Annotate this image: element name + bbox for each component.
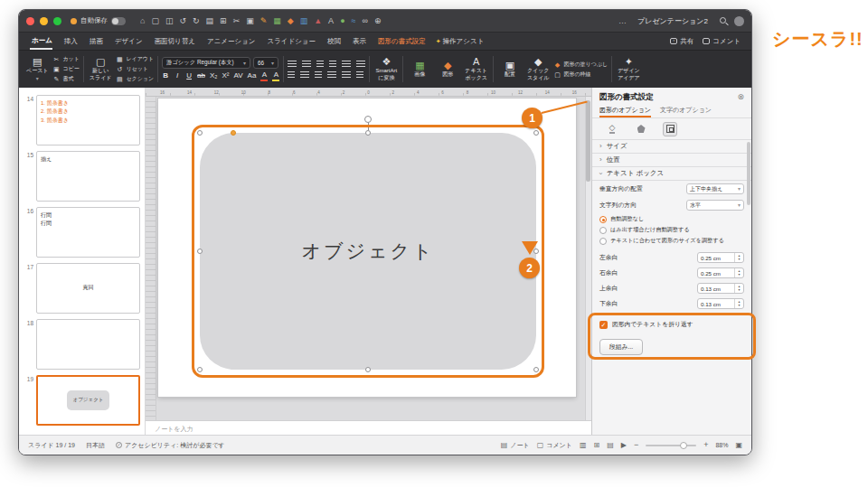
align-right-icon[interactable] bbox=[315, 71, 322, 78]
zoom-level[interactable]: 88% bbox=[715, 442, 728, 448]
new-slide-button[interactable]: ▢ 新しい スライド bbox=[88, 52, 114, 86]
zoom-icon[interactable]: ⊕ bbox=[374, 17, 382, 25]
search-icon[interactable] bbox=[719, 16, 729, 26]
language-indicator[interactable]: 日本語 bbox=[86, 441, 105, 450]
section-button[interactable]: ▤セクション bbox=[116, 75, 154, 83]
ribbon-tab[interactable]: 表示 bbox=[351, 34, 366, 49]
slide-thumbnail[interactable]: 貢回 bbox=[36, 263, 140, 314]
autosave-toggle[interactable]: 自動保存 bbox=[71, 16, 126, 25]
indent-increase-icon[interactable] bbox=[329, 61, 336, 67]
redo-icon[interactable]: ↻ bbox=[193, 17, 200, 25]
reading-view-icon[interactable]: ▤ bbox=[607, 442, 614, 449]
slide-thumbnail[interactable]: 揃え bbox=[36, 151, 140, 202]
layout-button[interactable]: ▦レイアウト bbox=[116, 55, 154, 63]
slide-sorter-view-icon[interactable]: ⊞ bbox=[593, 442, 599, 449]
reset-button[interactable]: ↺リセット bbox=[116, 65, 154, 73]
effects-icon[interactable] bbox=[634, 122, 648, 136]
zoom-out-icon[interactable]: − bbox=[634, 441, 638, 449]
picture-button[interactable]: ▦ 画像 bbox=[407, 52, 432, 86]
shape-fill-button[interactable]: ◆図形の塗りつぶし bbox=[553, 61, 608, 69]
columns-icon[interactable] bbox=[342, 71, 351, 78]
close-window-button[interactable] bbox=[26, 17, 34, 25]
arrange-button[interactable]: ▣ 配置 bbox=[497, 52, 523, 86]
fill-and-line-icon[interactable]: ◇ bbox=[605, 122, 619, 136]
size-and-properties-icon[interactable] bbox=[663, 122, 677, 136]
account-avatar[interactable] bbox=[734, 16, 744, 26]
new-slide-icon[interactable]: ▢ bbox=[151, 17, 159, 25]
format-paint-icon[interactable]: ✎ bbox=[260, 17, 268, 25]
quick-styles-button[interactable]: ◆ クイック スタイル bbox=[525, 52, 552, 86]
ribbon-tab[interactable]: ✦操作アシスト bbox=[436, 34, 485, 49]
textbox-icon[interactable]: A bbox=[328, 17, 334, 25]
highlight-color-icon[interactable]: A bbox=[272, 71, 279, 81]
cut-button[interactable]: ✂カット bbox=[52, 55, 79, 63]
stepper-icons[interactable]: ▴▾ bbox=[734, 284, 743, 293]
ribbon-tab[interactable]: 画面切り替え bbox=[153, 34, 195, 49]
share-button[interactable]: ↑共有 bbox=[670, 37, 693, 46]
zoom-in-icon[interactable]: + bbox=[703, 441, 708, 449]
chart-icon[interactable]: ▲ bbox=[314, 17, 322, 25]
slideshow-view-icon[interactable]: ▶ bbox=[621, 442, 627, 449]
ribbon-tab[interactable]: アニメーション bbox=[205, 34, 256, 49]
close-icon[interactable]: ⊗ bbox=[737, 93, 744, 101]
print-icon[interactable]: ▤ bbox=[206, 17, 214, 25]
textbox-section-header[interactable]: › テキスト ボックス bbox=[592, 167, 751, 181]
undo-icon[interactable]: ↺ bbox=[179, 17, 186, 25]
autosave-switch[interactable] bbox=[111, 17, 126, 25]
ribbon-tab[interactable]: スライドショー bbox=[265, 34, 316, 49]
slide-thumbnail[interactable]: オブジェクト bbox=[36, 375, 140, 426]
pane-tab[interactable]: 図形のオプション bbox=[599, 106, 651, 117]
size-section-header[interactable]: › サイズ bbox=[592, 140, 751, 154]
justify-icon[interactable] bbox=[327, 71, 336, 78]
picture-icon[interactable]: ▦ bbox=[273, 17, 281, 25]
font-name-select[interactable]: 游ゴシック Regular (本文)▾ bbox=[162, 57, 250, 69]
strikethrough-icon[interactable]: ab bbox=[197, 72, 205, 80]
ribbon-tab[interactable]: 挿入 bbox=[62, 34, 78, 49]
autofit-radio[interactable]: はみ出す場合だけ自動調整する bbox=[599, 226, 744, 234]
accessibility-status[interactable]: ✓ アクセシビリティ: 検討が必要です bbox=[116, 441, 225, 450]
pane-scrollbar[interactable] bbox=[747, 142, 750, 205]
margin-spinner[interactable]: 0.13 cm ▴▾ bbox=[697, 298, 744, 309]
grid-view-icon[interactable]: ⊞ bbox=[220, 17, 227, 25]
scrollbar-thumb[interactable] bbox=[586, 100, 590, 182]
bold-icon[interactable]: B bbox=[162, 72, 169, 80]
numbering-icon[interactable] bbox=[302, 61, 311, 67]
format-painter-button[interactable]: ✎書式 bbox=[52, 75, 79, 83]
stepper-icons[interactable]: ▴▾ bbox=[734, 253, 743, 262]
ribbon-tab[interactable]: 図形の書式設定 bbox=[376, 34, 426, 49]
stepper-icons[interactable]: ▴▾ bbox=[734, 299, 743, 308]
text-direction-icon[interactable] bbox=[356, 61, 365, 67]
home-icon[interactable]: ⌂ bbox=[140, 17, 145, 25]
position-section-header[interactable]: › 位置 bbox=[592, 154, 751, 167]
ribbon-tab[interactable]: 描画 bbox=[88, 34, 103, 49]
equation-icon[interactable]: ≈ bbox=[352, 17, 356, 25]
zoom-slider[interactable] bbox=[646, 445, 696, 446]
pane-tab[interactable]: 文字のオプション bbox=[660, 106, 712, 117]
font-color-icon[interactable]: A bbox=[260, 71, 268, 81]
link-icon[interactable]: ∞ bbox=[363, 17, 368, 25]
normal-view-icon[interactable]: ▥ bbox=[580, 442, 587, 449]
underline-icon[interactable]: U bbox=[185, 72, 193, 80]
paste-button[interactable]: ▤ ペースト ▾ bbox=[24, 52, 50, 86]
autofit-radio[interactable]: テキストに合わせて図形のサイズを調整する bbox=[599, 237, 744, 245]
copy-button[interactable]: ▣コピー bbox=[52, 65, 79, 73]
autofit-radio[interactable]: 自動調整なし bbox=[599, 215, 744, 223]
line-spacing-icon[interactable] bbox=[342, 61, 351, 67]
ribbon-tab[interactable]: ホーム bbox=[30, 33, 52, 50]
indent-decrease-icon[interactable] bbox=[316, 61, 324, 67]
canvas-scrollbar[interactable] bbox=[585, 97, 591, 420]
slide-thumbnail[interactable]: 1. 箇条書き 2. 箇条書き 3. 箇条書き bbox=[36, 95, 140, 145]
align-objects-icon[interactable] bbox=[356, 71, 363, 78]
shapes-button[interactable]: ◆ 図形 bbox=[435, 52, 460, 86]
convert-to-smartart-button[interactable]: ❖ SmartArt に変換 bbox=[373, 52, 399, 86]
design-ideas-button[interactable]: ✦ デザイン アイデア bbox=[616, 52, 642, 86]
cut-icon[interactable]: ✂ bbox=[233, 17, 241, 25]
ribbon-tab[interactable]: 校閲 bbox=[326, 34, 341, 49]
comments-button[interactable]: コメント bbox=[703, 37, 741, 46]
bullets-icon[interactable] bbox=[288, 61, 297, 67]
superscript-icon[interactable]: X² bbox=[222, 72, 229, 80]
table-icon[interactable]: ▥ bbox=[300, 17, 308, 25]
notes-toggle[interactable]: ▤ノート bbox=[501, 441, 530, 450]
shape-outline-button[interactable]: ▢図形の枠線 bbox=[553, 70, 608, 79]
stepper-icons[interactable]: ▴▾ bbox=[734, 268, 743, 277]
